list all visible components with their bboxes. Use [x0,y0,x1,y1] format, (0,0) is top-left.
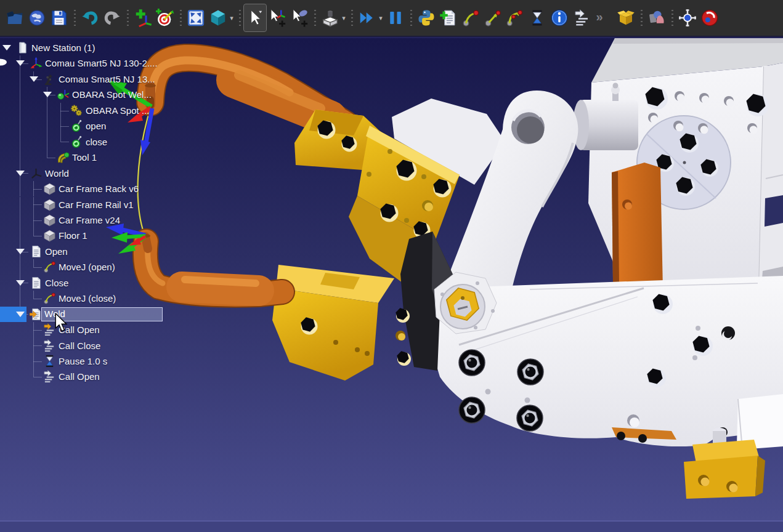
refframe-icon [30,57,43,70]
tree-row-comau-smart5-nj-13[interactable]: Comau Smart5 NJ 13... [0,71,259,87]
tree-row-close[interactable]: close [0,134,259,150]
gun-orange-bracket-plate[interactable] [612,163,663,294]
add-program-icon [439,9,458,27]
toolbar-separator [638,7,644,28]
toolbar-overflow-chevron-icon[interactable]: » [593,10,606,24]
tree-row-obara-spot[interactable]: OBARA Spot ... [0,103,259,118]
record-icon [700,9,719,27]
isometric-view-button[interactable] [207,4,229,31]
tree-row-comau-smart5-nj-130-2[interactable]: Comau Smart5 NJ 130-2.... [0,55,259,71]
tree-expand-arrow-icon[interactable] [43,92,52,97]
tree-guide-stub [33,377,42,377]
tree-row-world[interactable]: World [0,166,259,181]
progmain-icon [30,308,43,321]
collision-shapes-button[interactable] [646,4,668,31]
select-cursor-button[interactable] [244,4,266,31]
add-python-program-button[interactable] [415,4,437,31]
tree-guide-stub [33,330,42,331]
add-program-button[interactable] [437,4,460,31]
tree-item-label: Car Frame Rack v6 [59,181,139,196]
move-circular-instruction-button[interactable] [504,4,526,31]
tree-row-call-open[interactable]: Call Open [0,322,259,337]
tree-expand-arrow-icon[interactable] [16,280,25,286]
movej-icon [43,292,56,305]
open-online-library-button[interactable] [26,4,48,31]
tree-row-open[interactable]: Open [0,244,259,259]
show-message-instruction-button[interactable] [548,4,570,31]
open-file-icon [6,9,24,27]
tree-expand-arrow-icon[interactable] [16,171,25,176]
center-target-icon [678,9,697,27]
progcall_w-icon [43,370,56,383]
tree-row-movej-open[interactable]: MoveJ (open) [0,259,259,275]
fast-simulation-button[interactable] [356,4,378,31]
redo-button[interactable] [101,4,123,31]
tree-guide-stub [60,126,69,127]
main-toolbar: ▾▾▾ » [0,0,783,37]
pause-simulation-button[interactable] [384,4,407,31]
tree-row-close[interactable]: Close [0,275,259,291]
tree-item-label: open [86,118,106,134]
tree-row-movej-close[interactable]: MoveJ (close) [0,291,259,306]
display-box-button[interactable] [319,4,341,31]
tree-expand-arrow-icon[interactable] [2,45,11,50]
save-station-button[interactable] [48,4,70,31]
tree-guide-line [60,134,61,142]
gears-icon [70,104,83,117]
record-button[interactable] [699,4,721,31]
open-file-button[interactable] [4,4,26,31]
export-simulation-icon [617,9,635,27]
export-simulation-button[interactable] [615,4,637,31]
tree-row-pause-1-0-s[interactable]: Pause 1.0 s [0,353,259,369]
tree-guide-stub [60,142,69,142]
center-target-button[interactable] [676,4,699,31]
move-joint-instruction-button[interactable] [460,4,482,31]
undo-button[interactable] [79,4,101,31]
add-target-icon [156,9,174,27]
station-tree: New Station (1)Comau Smart5 NJ 130-2....… [0,37,259,419]
tree-row-car-frame-rail-v1[interactable]: Car Frame Rail v1 [0,197,259,212]
tree-rename-input[interactable]: Weld [41,307,163,321]
pause-simulation-icon [386,9,405,27]
add-python-program-icon [417,9,436,27]
tree-guide-stub [33,299,42,299]
tree-guide-line [20,259,20,275]
toolbar-separator [669,7,675,28]
tree-expand-arrow-icon[interactable] [16,249,25,254]
tree-row-new-station-1[interactable]: New Station (1) [0,40,259,55]
progcall_w-icon [43,339,56,352]
tree-row-car-frame-rack-v6[interactable]: Car Frame Rack v6 [0,181,259,196]
move-tool-cursor-button[interactable] [288,4,310,31]
tree-guide-line [33,291,34,299]
toolbar-separator [177,7,184,28]
fit-all-button[interactable] [185,4,207,31]
pause-instruction-button[interactable] [526,4,548,31]
tree-row-tool-1[interactable]: Tool 1 [0,150,259,165]
add-target-button[interactable] [154,4,176,31]
undo-icon [81,9,99,27]
program-call-instruction-button[interactable] [570,4,593,31]
tree-row-car-frame-v24[interactable]: Car Frame v24 [0,212,259,228]
tree-item-label: MoveJ (open) [59,259,115,275]
move-linear-instruction-button[interactable] [482,4,504,31]
tree-row-call-close[interactable]: Call Close [0,338,259,353]
tree-row-call-open[interactable]: Call Open [0,369,259,384]
tree-expand-arrow-icon[interactable] [16,312,25,317]
tree-row-floor-1[interactable]: Floor 1 [0,228,259,243]
progdoc-icon [30,276,43,289]
tree-guide-stub [33,204,42,205]
save-station-icon [50,9,68,27]
tree-item-label: Call Open [59,322,100,337]
pause-instruction-icon [528,9,546,27]
tree-guide-line [20,291,20,306]
tree-item-label: Comau Smart5 NJ 13... [59,71,155,87]
tree-item-label: close [86,134,107,150]
tree-row-open[interactable]: open [0,118,259,134]
tree-row-weld[interactable]: Weld [0,307,259,322]
add-reference-frame-button[interactable] [132,4,154,31]
move-reference-cursor-button[interactable] [266,4,288,31]
tree-expand-arrow-icon[interactable] [30,76,38,82]
tree-expand-arrow-icon[interactable] [16,60,25,66]
tree-row-obara-spot-wel[interactable]: OBARA Spot Wel... [0,87,259,102]
tree-guide-stub [33,236,42,236]
